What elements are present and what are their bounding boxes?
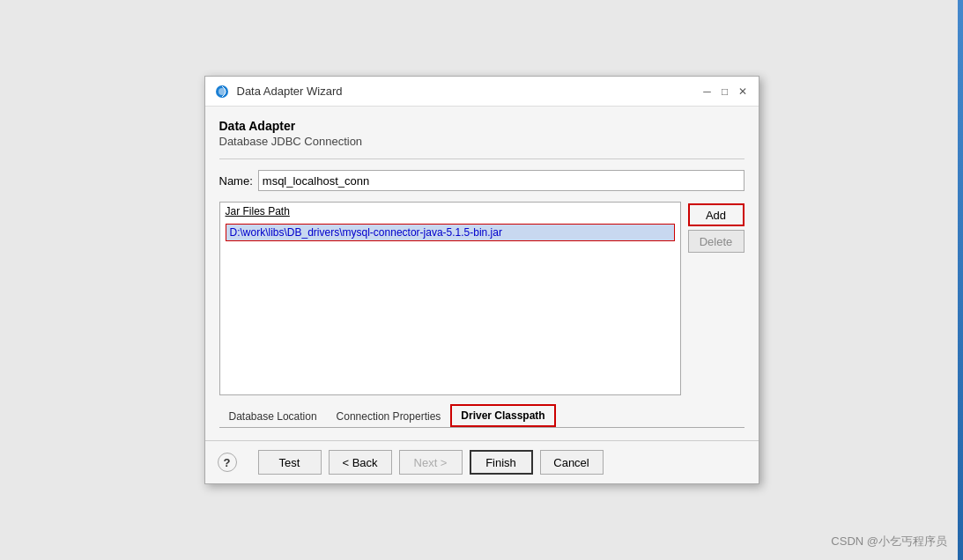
test-button[interactable]: Test xyxy=(258,450,322,475)
blue-accent-line xyxy=(958,0,963,560)
add-button[interactable]: Add xyxy=(688,203,744,226)
dialog-window: Data Adapter Wizard ─ □ ✕ Data Adapter D… xyxy=(204,76,759,484)
name-row: Name: xyxy=(219,170,744,191)
app-icon xyxy=(214,84,230,99)
section-title: Data Adapter xyxy=(219,119,744,133)
jar-entry[interactable]: D:\work\libs\DB_drivers\mysql-connector-… xyxy=(226,224,675,241)
tab-driver-classpath[interactable]: Driver Classpath xyxy=(450,404,555,427)
divider xyxy=(219,158,744,159)
name-label: Name: xyxy=(219,174,253,188)
titlebar-controls: ─ □ ✕ xyxy=(700,85,750,99)
titlebar: Data Adapter Wizard ─ □ ✕ xyxy=(205,77,759,107)
jar-files-header: Jar Files Path xyxy=(220,203,680,220)
section-subtitle: Database JDBC Connection xyxy=(219,135,744,148)
help-button[interactable]: ? xyxy=(218,453,237,472)
jar-files-box: Jar Files Path D:\work\libs\DB_drivers\m… xyxy=(219,202,681,395)
minimize-button[interactable]: ─ xyxy=(700,85,715,99)
tab-connection-properties[interactable]: Connection Properties xyxy=(327,404,451,427)
titlebar-title: Data Adapter Wizard xyxy=(237,85,700,98)
watermark: CSDN @小乞丐程序员 xyxy=(831,534,947,549)
close-button[interactable]: ✕ xyxy=(736,85,750,99)
desktop: Data Adapter Wizard ─ □ ✕ Data Adapter D… xyxy=(0,0,963,560)
jar-panel: Jar Files Path D:\work\libs\DB_drivers\m… xyxy=(219,202,744,395)
finish-button[interactable]: Finish xyxy=(470,450,533,475)
tab-database-location[interactable]: Database Location xyxy=(219,404,327,427)
dialog-content: Data Adapter Database JDBC Connection Na… xyxy=(205,107,759,440)
jar-buttons: Add Delete xyxy=(688,202,744,395)
tabs-row: Database Location Connection Properties … xyxy=(219,404,744,428)
maximize-button[interactable]: □ xyxy=(718,85,732,99)
delete-button: Delete xyxy=(688,230,744,253)
name-input[interactable] xyxy=(258,170,744,191)
back-button[interactable]: < Back xyxy=(329,450,392,475)
dialog-footer: ? Test < Back Next > Finish Cancel xyxy=(205,440,759,483)
next-button: Next > xyxy=(399,450,463,475)
cancel-button[interactable]: Cancel xyxy=(540,450,604,475)
